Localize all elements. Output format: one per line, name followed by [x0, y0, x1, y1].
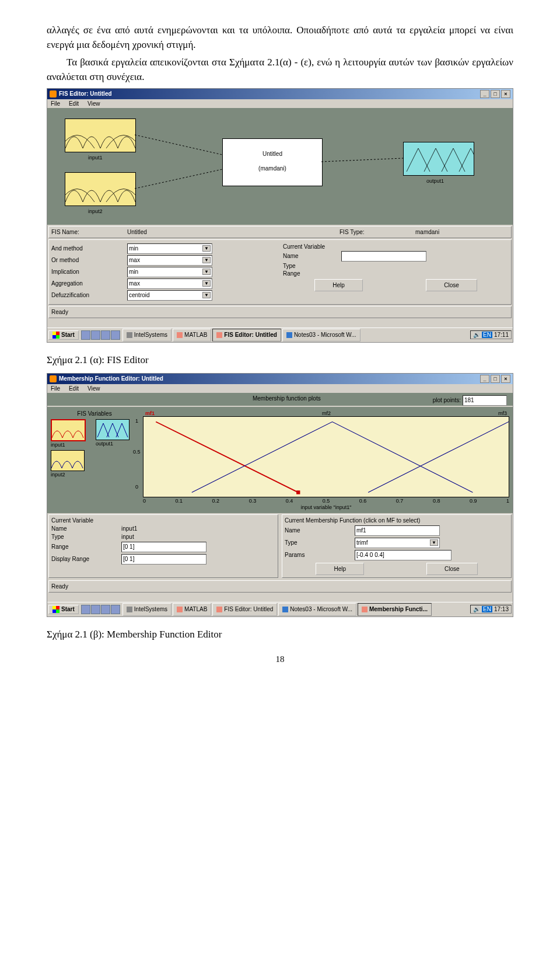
ql-icon[interactable] [101, 605, 110, 614]
menu-view[interactable]: View [88, 100, 100, 107]
page-number: 18 [47, 654, 513, 664]
mf1-label: mf1 [145, 410, 155, 416]
mf2-label: mf2 [322, 410, 331, 416]
cmf-title: Current Membership Function (click on MF… [285, 517, 509, 524]
figure-caption-1: Σχήμα 2.1 (α): FIS Editor [47, 354, 513, 366]
xtick: 0.3 [249, 498, 257, 504]
rule-box[interactable]: Untitled (mamdani) [222, 138, 323, 186]
taskbar-item[interactable]: FIS Editor: Untitled [212, 329, 281, 342]
sound-icon[interactable]: 🔊 [473, 606, 480, 612]
input2-box[interactable] [65, 172, 136, 206]
ql-icon[interactable] [91, 605, 100, 614]
close-button[interactable]: × [501, 375, 510, 383]
close-button[interactable]: Close [426, 279, 477, 291]
mf-curves-icon [65, 173, 135, 205]
maximize-button[interactable]: □ [491, 90, 500, 98]
taskbar-item[interactable]: Notes03 - Microsoft W... [278, 603, 356, 616]
app-icon [50, 90, 57, 97]
ytick: 0 [135, 484, 138, 490]
close-button[interactable]: Close [426, 563, 478, 575]
ytick: 1 [135, 418, 138, 424]
cv-title: Current Variable [51, 517, 275, 524]
output1-label: output1 [426, 178, 444, 184]
system-tray[interactable]: 🔊 EN 17:13 [470, 605, 512, 614]
paragraph-1: αλλαγές σε ένα από αυτά ενημερώνονται κα… [47, 23, 513, 52]
lang-indicator[interactable]: EN [482, 332, 492, 338]
and-select[interactable]: min▼ [127, 243, 212, 254]
chevron-down-icon: ▼ [202, 292, 211, 298]
taskbar-item[interactable]: FIS Editor: Untitled [212, 603, 277, 616]
menu-file[interactable]: File [51, 385, 60, 392]
input1-box[interactable] [65, 119, 136, 152]
cv-range-label: Range [51, 543, 121, 550]
var-input2[interactable] [51, 450, 85, 471]
menu-view[interactable]: View [88, 385, 100, 392]
maximize-button[interactable]: □ [491, 375, 500, 383]
menubar[interactable]: File Edit View [47, 384, 513, 393]
window-title: Membership Function Editor: Untitled [59, 375, 163, 382]
start-button[interactable]: Start [48, 605, 79, 614]
help-button[interactable]: Help [316, 563, 364, 575]
cmf-params-input[interactable]: [-0.4 0 0.4] [355, 550, 452, 560]
plotpoints-input[interactable]: 181 [463, 395, 507, 406]
lang-indicator[interactable]: EN [482, 606, 492, 612]
fis-type-value: mamdani [415, 229, 509, 235]
chevron-down-icon: ▼ [430, 539, 438, 546]
quicklaunch[interactable] [80, 330, 121, 340]
taskbar[interactable]: Start IntelSystems MATLAB FIS Editor: Un… [47, 602, 513, 616]
titlebar[interactable]: Membership Function Editor: Untitled _ □… [47, 374, 513, 384]
cmf-params-label: Params [285, 552, 355, 558]
def-label: Defuzzification [51, 292, 127, 298]
input2-label: input2 [88, 208, 103, 214]
taskbar-item[interactable]: IntelSystems [123, 603, 172, 616]
menubar[interactable]: File Edit View [47, 99, 513, 108]
fis-type-label: FIS Type: [340, 229, 415, 235]
xtick: 0.2 [212, 498, 220, 504]
menu-edit[interactable]: Edit [69, 100, 79, 107]
current-variable-panel: Current Variable Name input1 Type input … [48, 514, 278, 578]
mf-plot[interactable]: 1 0.5 0 [143, 416, 509, 498]
quicklaunch[interactable] [80, 605, 121, 614]
ql-icon[interactable] [81, 330, 90, 340]
cv-name-input[interactable] [341, 251, 426, 262]
agg-select[interactable]: max▼ [127, 278, 212, 289]
cv-title: Current Variable [283, 243, 509, 250]
minimize-button[interactable]: _ [480, 90, 489, 98]
help-button[interactable]: Help [314, 279, 363, 291]
taskbar[interactable]: Start IntelSystems MATLAB FIS Editor: Un… [47, 328, 513, 342]
cv-name-label: Name [51, 525, 121, 532]
start-button[interactable]: Start [48, 330, 79, 340]
menu-edit[interactable]: Edit [69, 385, 79, 392]
taskbar-item[interactable]: IntelSystems [123, 329, 172, 342]
var-input1[interactable] [51, 419, 86, 441]
window-title: FIS Editor: Untitled [59, 90, 112, 97]
cv-range-label: Range [283, 270, 341, 277]
menu-file[interactable]: File [51, 100, 60, 107]
ytick: 0.5 [133, 449, 141, 455]
ql-icon[interactable] [91, 330, 100, 340]
ql-icon[interactable] [111, 330, 120, 340]
minimize-button[interactable]: _ [480, 375, 489, 383]
var-output1[interactable] [96, 419, 130, 440]
cv-drange-input[interactable]: [0 1] [121, 554, 206, 565]
titlebar[interactable]: FIS Editor: Untitled _ □ × [47, 89, 513, 99]
cmf-name-input[interactable]: mf1 [355, 525, 440, 536]
output1-box[interactable] [403, 142, 474, 176]
taskbar-item[interactable]: MATLAB [173, 603, 211, 616]
def-select[interactable]: centroid▼ [127, 290, 212, 301]
ql-icon[interactable] [101, 330, 110, 340]
sound-icon[interactable]: 🔊 [473, 332, 480, 338]
or-select[interactable]: max▼ [127, 255, 212, 266]
taskbar-item[interactable]: MATLAB [173, 329, 211, 342]
imp-select[interactable]: min▼ [127, 267, 212, 277]
close-button[interactable]: × [501, 90, 510, 98]
cmf-type-select[interactable]: trimf▼ [355, 538, 440, 548]
status-bar: Ready [48, 306, 512, 318]
taskbar-item[interactable]: Notes03 - Microsoft W... [282, 329, 360, 342]
system-tray[interactable]: 🔊 EN 17:11 [470, 330, 512, 339]
ql-icon[interactable] [111, 605, 120, 614]
plotpoints-label: plot points: [433, 397, 461, 403]
taskbar-item[interactable]: Membership Functi... [358, 603, 432, 616]
ql-icon[interactable] [81, 605, 90, 614]
cv-range-input[interactable]: [0 1] [121, 542, 206, 552]
